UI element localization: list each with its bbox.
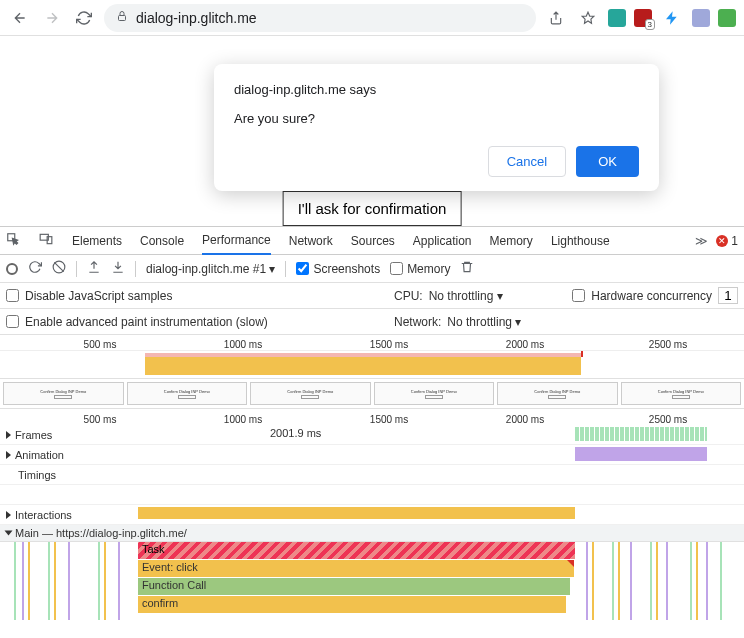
hw-concurrency-checkbox[interactable]: Hardware concurrency [572,289,712,303]
url-text: dialog-inp.glitch.me [136,10,257,26]
tab-lighthouse[interactable]: Lighthouse [551,228,610,254]
tab-sources[interactable]: Sources [351,228,395,254]
tab-memory[interactable]: Memory [490,228,533,254]
perf-settings-row-2: Enable advanced paint instrumentation (s… [0,309,744,335]
network-label: Network: [394,315,441,329]
upload-icon[interactable] [87,260,101,277]
error-badge[interactable]: ✕1 [716,234,738,248]
memory-checkbox[interactable]: Memory [390,262,450,276]
function-call-bar[interactable]: Function Call [138,578,570,595]
overview-marker [581,351,583,357]
screenshot-thumb[interactable]: Confirm Dialog INP Demo [374,382,495,405]
animation-track[interactable]: Animation [0,445,138,464]
network-select[interactable]: No throttling ▾ [447,315,521,329]
tab-elements[interactable]: Elements [72,228,122,254]
page-viewport: I'll ask for confirmation dialog-inp.gli… [0,36,744,226]
event-click-bar[interactable]: Event: click [138,560,574,577]
extension-icon[interactable] [608,9,626,27]
screenshot-thumb[interactable]: Confirm Dialog INP Demo [127,382,248,405]
extension-icon[interactable] [692,9,710,27]
clear-icon[interactable] [52,260,66,277]
perf-settings-row-1: Disable JavaScript samples CPU: No throt… [0,283,744,309]
interactions-track[interactable]: Interactions [0,505,138,524]
lock-icon [116,10,128,25]
frames-track[interactable]: Frames [0,425,138,444]
confirmation-button[interactable]: I'll ask for confirmation [283,191,462,226]
disable-js-checkbox[interactable]: Disable JavaScript samples [6,289,172,303]
tab-network[interactable]: Network [289,228,333,254]
interaction-bar[interactable] [138,507,575,519]
cpu-select[interactable]: No throttling ▾ [429,289,503,303]
svg-marker-1 [582,12,594,23]
tab-application[interactable]: Application [413,228,472,254]
reload-record-icon[interactable] [28,260,42,277]
browser-chrome: dialog-inp.glitch.me [0,0,744,36]
recording-select[interactable]: dialog-inp.glitch.me #1 ▾ [146,262,275,276]
detail-ruler: 500 ms 1000 ms 1500 ms 2000 ms 2500 ms [0,409,744,425]
screenshot-thumb[interactable]: Confirm Dialog INP Demo [621,382,742,405]
task-bar[interactable]: Task [138,542,575,559]
overview-ruler: 500 ms 1000 ms 1500 ms 2000 ms 2500 ms [0,335,744,351]
svg-rect-0 [119,16,126,21]
extension-icon[interactable] [634,9,652,27]
tab-performance[interactable]: Performance [202,227,271,255]
screenshot-thumb[interactable]: Confirm Dialog INP Demo [3,382,124,405]
trash-icon[interactable] [460,260,474,277]
record-button[interactable] [6,263,18,275]
reload-button[interactable] [72,6,96,30]
screenshot-thumb[interactable]: Confirm Dialog INP Demo [497,382,618,405]
confirm-dialog: dialog-inp.glitch.me says Are you sure? … [214,64,659,191]
devtools: Elements Console Performance Network Sou… [0,226,744,620]
cpu-label: CPU: [394,289,423,303]
frame-time: 2001.9 ms [270,427,321,439]
confirm-bar[interactable]: confirm [138,596,566,613]
more-tabs-icon[interactable]: ≫ [695,234,708,248]
dialog-message: Are you sure? [234,111,639,126]
frame-block[interactable] [575,427,707,441]
forward-button[interactable] [40,6,64,30]
address-bar[interactable]: dialog-inp.glitch.me [104,4,536,32]
cancel-button[interactable]: Cancel [488,146,566,177]
extension-icon[interactable] [718,9,736,27]
download-icon[interactable] [111,260,125,277]
star-icon[interactable] [576,6,600,30]
extension-icon[interactable] [660,6,684,30]
screenshot-strip[interactable]: Confirm Dialog INP Demo Confirm Dialog I… [0,379,744,409]
hw-concurrency-input[interactable] [718,287,738,304]
overview-bar [145,357,581,375]
animation-block[interactable] [575,447,707,461]
inspect-icon[interactable] [6,232,20,249]
devtools-tabs: Elements Console Performance Network Sou… [0,227,744,255]
timeline-overview[interactable]: 500 ms 1000 ms 1500 ms 2000 ms 2500 ms C… [0,335,744,620]
device-icon[interactable] [38,232,54,249]
flame-chart[interactable]: Task Event: click Function Call confirm [0,542,744,620]
back-button[interactable] [8,6,32,30]
screenshot-thumb[interactable]: Confirm Dialog INP Demo [250,382,371,405]
tab-console[interactable]: Console [140,228,184,254]
share-icon[interactable] [544,6,568,30]
extension-icons [608,6,736,30]
paint-instr-checkbox[interactable]: Enable advanced paint instrumentation (s… [6,315,268,329]
perf-toolbar: dialog-inp.glitch.me #1 ▾ Screenshots Me… [0,255,744,283]
main-thread-header[interactable]: Main — https://dialog-inp.glitch.me/ [0,525,744,542]
timings-track[interactable]: Timings [0,465,138,484]
ok-button[interactable]: OK [576,146,639,177]
tracks: Frames 2001.9 ms Animation Timings Inter… [0,425,744,620]
dialog-title: dialog-inp.glitch.me says [234,82,639,97]
screenshots-checkbox[interactable]: Screenshots [296,262,380,276]
